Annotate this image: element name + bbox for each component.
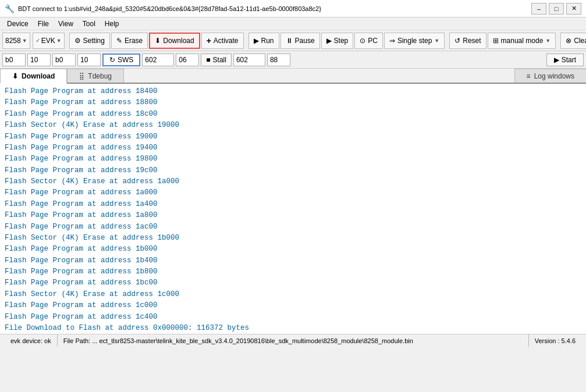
log-line: Flash Page Program at address 19400 xyxy=(5,142,581,154)
log-line: Flash Page Program at address 1a000 xyxy=(5,187,581,198)
manual-mode-arrow: ▼ xyxy=(545,38,551,44)
sws-button[interactable]: ↻ SWS xyxy=(102,54,140,66)
field-1[interactable] xyxy=(2,54,26,66)
pc-button[interactable]: ⊙ PC xyxy=(354,33,383,49)
evk-status: evk device: ok xyxy=(10,337,51,344)
log-line: Flash Page Program at address 19c00 xyxy=(5,165,581,176)
clear-label: Clear xyxy=(574,37,586,45)
tab-tdebug[interactable]: ⣿ Tdebug xyxy=(67,69,124,83)
toolbar: 8258 ▼ ✓ EVK ▼ ⚙ Setting ✎ Erase ⬇ Downl… xyxy=(0,30,586,51)
log-line: Flash Sector (4K) Erase at address 1c000 xyxy=(5,289,581,300)
reset-label: Reset xyxy=(463,37,481,45)
pause-icon: ⏸ xyxy=(286,37,293,45)
window-title: BDT connect to 1:usb#vid_248a&pid_5320#5… xyxy=(18,5,531,12)
menu-bar: Device File View Tool Help xyxy=(0,17,586,30)
erase-button[interactable]: ✎ Erase xyxy=(111,33,148,49)
manual-mode-label: manual mode xyxy=(501,37,544,45)
log-line: Flash Page Program at address 1c400 xyxy=(5,312,581,323)
step-label: Step xyxy=(334,37,349,45)
download-icon: ⬇ xyxy=(155,37,161,45)
pause-label: Pause xyxy=(295,37,315,45)
field-6[interactable] xyxy=(176,54,199,66)
menu-file[interactable]: File xyxy=(33,19,54,29)
chip-dropdown[interactable]: 8258 ▼ xyxy=(2,33,30,49)
download-tab-label: Download xyxy=(22,72,55,80)
minimize-button[interactable]: – xyxy=(531,3,546,15)
title-bar: 🔧 BDT connect to 1:usb#vid_248a&pid_5320… xyxy=(0,0,586,17)
single-step-label: Single step xyxy=(397,37,432,45)
menu-device[interactable]: Device xyxy=(2,19,33,29)
log-area[interactable]: Flash Page Program at address 18400Flash… xyxy=(0,84,586,334)
log-line: Flash Page Program at address 1c000 xyxy=(5,300,581,311)
tdebug-icon: ⣿ xyxy=(79,72,84,80)
field-4[interactable] xyxy=(77,54,101,66)
maximize-button[interactable]: □ xyxy=(549,3,564,15)
log-windows-label: Log windows xyxy=(534,72,574,80)
tab-log-windows[interactable]: ≡ Log windows xyxy=(514,69,586,83)
menu-help[interactable]: Help xyxy=(100,19,124,29)
run-button[interactable]: ▶ Run xyxy=(248,33,279,49)
evk-dropdown[interactable]: ✓ EVK ▼ xyxy=(33,33,65,49)
status-bar: evk device: ok File Path: ... ect_tlsr82… xyxy=(0,334,586,347)
download-tab-icon: ⬇ xyxy=(12,72,18,80)
menu-view[interactable]: View xyxy=(54,19,78,29)
setting-button[interactable]: ⚙ Setting xyxy=(69,33,110,49)
reset-button[interactable]: ↺ Reset xyxy=(449,33,486,49)
clear-button[interactable]: ⊗ Clear xyxy=(560,33,586,49)
stall-label: Stall xyxy=(213,56,226,64)
field-2[interactable] xyxy=(27,54,51,66)
chip-value: 8258 xyxy=(5,37,21,45)
manual-mode-button[interactable]: ⊞ manual mode ▼ xyxy=(488,33,556,49)
step-icon: ▶ xyxy=(326,37,332,45)
log-line: Flash Sector (4K) Erase at address 1a000 xyxy=(5,176,581,187)
log-line: Flash Page Program at address 1ac00 xyxy=(5,222,581,233)
single-step-arrow: ▼ xyxy=(434,38,439,44)
log-line: File Download to Flash at address 0x0000… xyxy=(5,323,581,334)
start-icon: ▶ xyxy=(554,56,559,64)
step-button[interactable]: ▶ Step xyxy=(321,33,354,49)
single-step-icon: ⇒ xyxy=(389,37,395,45)
close-button[interactable]: ✕ xyxy=(566,3,581,15)
field-8[interactable] xyxy=(267,54,290,66)
setting-label: Setting xyxy=(83,37,105,45)
chip-dropdown-arrow: ▼ xyxy=(22,38,27,44)
file-path-label: File Path: xyxy=(63,337,90,344)
tdebug-label: Tdebug xyxy=(88,72,112,80)
start-button[interactable]: ▶ Start xyxy=(546,54,584,66)
evk-label: EVK xyxy=(41,37,55,45)
log-line: Flash Page Program at address 1b800 xyxy=(5,266,581,277)
log-line: Flash Page Program at address 1b400 xyxy=(5,255,581,266)
pc-icon: ⊙ xyxy=(360,37,365,45)
manual-mode-icon: ⊞ xyxy=(493,37,499,45)
log-line: Flash Page Program at address 19800 xyxy=(5,154,581,165)
window-controls: – □ ✕ xyxy=(531,3,581,15)
activate-button[interactable]: + Activate xyxy=(201,33,244,49)
download-label: Download xyxy=(163,37,194,45)
tab-download[interactable]: ⬇ Download xyxy=(0,69,67,84)
log-line: Flash Page Program at address 18c00 xyxy=(5,109,581,120)
file-path-section: File Path: ... ect_tlsr8253-master\telin… xyxy=(58,334,529,347)
app-icon: 🔧 xyxy=(5,4,15,13)
tab-spacer xyxy=(124,69,514,83)
field-7[interactable] xyxy=(233,54,265,66)
run-icon: ▶ xyxy=(254,37,259,45)
stall-button[interactable]: ■ Stall xyxy=(201,54,232,66)
activate-label: Activate xyxy=(214,37,239,45)
stall-area: ■ Stall xyxy=(201,54,232,66)
sws-refresh-icon: ↻ xyxy=(109,56,115,64)
log-line: Flash Page Program at address 1a400 xyxy=(5,199,581,210)
download-button[interactable]: ⬇ Download xyxy=(149,33,200,49)
menu-tool[interactable]: Tool xyxy=(78,19,100,29)
log-line: Flash Page Program at address 18400 xyxy=(5,86,581,97)
erase-label: Erase xyxy=(125,37,143,45)
log-windows-icon: ≡ xyxy=(527,72,531,80)
log-line: Flash Page Program at address 1bc00 xyxy=(5,277,581,288)
tab-row: ⬇ Download ⣿ Tdebug ≡ Log windows xyxy=(0,69,586,84)
sws-label: SWS xyxy=(118,56,133,64)
field-3[interactable] xyxy=(52,54,76,66)
pause-button[interactable]: ⏸ Pause xyxy=(280,33,320,49)
field-5[interactable] xyxy=(142,54,174,66)
single-step-button[interactable]: ⇒ Single step ▼ xyxy=(384,33,445,49)
input-row: ↻ SWS ■ Stall ▶ Start xyxy=(0,51,586,69)
version-section: Version : 5.4.6 xyxy=(529,334,581,347)
